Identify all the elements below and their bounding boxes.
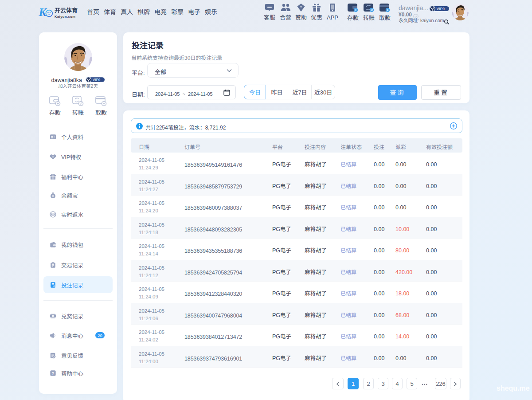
- svg-text:VIP0: VIP0: [93, 78, 101, 82]
- svg-text:?: ?: [52, 371, 54, 375]
- svg-text:VIP0: VIP0: [437, 7, 445, 11]
